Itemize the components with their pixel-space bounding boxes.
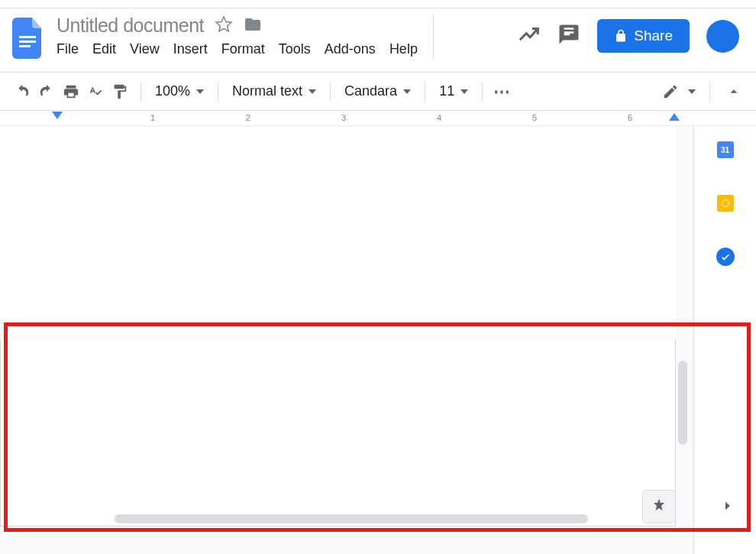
zoom-value: 100% — [155, 83, 190, 99]
fontsize-dropdown[interactable]: 11 — [436, 83, 471, 99]
ruler[interactable]: 1 2 3 4 5 6 — [0, 111, 756, 126]
toolbar-separator — [482, 82, 483, 102]
comment-icon[interactable] — [557, 23, 580, 49]
ruler-left-indent[interactable] — [52, 112, 63, 119]
document-page-1[interactable] — [0, 126, 676, 336]
tasks-icon[interactable] — [716, 247, 735, 267]
explore-button[interactable] — [642, 490, 676, 523]
vertical-scrollbar[interactable] — [678, 361, 687, 445]
document-page-2[interactable] — [0, 339, 676, 526]
side-panel: 31 — [693, 126, 756, 554]
docs-logo[interactable] — [12, 18, 43, 59]
toolbar-right — [661, 82, 744, 102]
menu-tools[interactable]: Tools — [279, 41, 311, 57]
style-value: Normal text — [232, 83, 302, 99]
page-area[interactable] — [0, 126, 693, 554]
spellcheck-icon[interactable] — [86, 82, 105, 102]
workspace: 31 — [0, 126, 756, 554]
menu-help[interactable]: Help — [389, 41, 418, 57]
editing-mode-icon[interactable] — [661, 82, 680, 102]
header-right: Share — [518, 19, 744, 53]
redo-icon[interactable] — [37, 82, 57, 102]
ruler-number: 1 — [150, 113, 155, 122]
collapse-icon[interactable] — [724, 82, 744, 102]
caret-down-icon — [309, 83, 316, 99]
zoom-dropdown[interactable]: 100% — [152, 83, 207, 99]
toolbar-separator — [709, 82, 710, 102]
caret-down-icon — [403, 83, 411, 99]
sidepanel-collapse-icon[interactable] — [721, 499, 735, 516]
print-icon[interactable] — [61, 82, 81, 102]
header-divider — [433, 15, 434, 60]
fontsize-value: 11 — [439, 83, 454, 99]
font-value: Candara — [344, 83, 397, 99]
toolbar-separator — [330, 82, 331, 102]
ruler-number: 6 — [628, 113, 632, 122]
menu-file[interactable]: File — [57, 41, 79, 57]
undo-icon[interactable] — [12, 82, 32, 102]
toolbar-separator — [218, 82, 218, 102]
font-dropdown[interactable]: Candara — [341, 83, 414, 99]
toolbar: 100% Normal text Candara 11 ⋯ — [0, 73, 756, 111]
keep-icon[interactable] — [716, 193, 735, 213]
caret-down-icon[interactable] — [688, 85, 696, 99]
lock-icon — [614, 29, 628, 43]
share-label: Share — [634, 28, 673, 44]
title-row: Untitled document — [57, 15, 418, 37]
menu-addons[interactable]: Add-ons — [325, 41, 376, 57]
title-area: Untitled document File Edit View Insert … — [57, 15, 418, 57]
ruler-number: 2 — [246, 113, 250, 122]
caret-down-icon — [460, 83, 468, 99]
calendar-icon[interactable]: 31 — [716, 140, 735, 160]
star-icon[interactable] — [215, 15, 233, 37]
menu-edit[interactable]: Edit — [92, 41, 116, 57]
header: Untitled document File Edit View Insert … — [0, 8, 756, 73]
ruler-number: 3 — [341, 113, 346, 122]
caret-down-icon — [196, 83, 204, 99]
folder-icon[interactable] — [244, 15, 262, 37]
ruler-right-indent[interactable] — [669, 113, 680, 121]
activity-icon[interactable] — [518, 23, 541, 49]
more-icon[interactable]: ⋯ — [493, 82, 512, 102]
toolbar-separator — [425, 82, 425, 102]
svg-rect-0 — [19, 36, 36, 38]
svg-rect-2 — [19, 45, 31, 47]
share-button[interactable]: Share — [597, 19, 690, 53]
menu-format[interactable]: Format — [221, 41, 265, 57]
menu-view[interactable]: View — [130, 41, 160, 57]
menu-insert[interactable]: Insert — [173, 41, 208, 57]
menubar: File Edit View Insert Format Tools Add-o… — [57, 41, 418, 57]
ruler-number: 5 — [532, 113, 537, 122]
address-bar-placeholder — [0, 0, 756, 8]
paint-format-icon[interactable] — [110, 82, 130, 102]
style-dropdown[interactable]: Normal text — [229, 83, 319, 99]
document-title[interactable]: Untitled document — [57, 15, 204, 37]
svg-rect-1 — [19, 40, 36, 43]
ruler-number: 4 — [437, 113, 441, 122]
horizontal-scrollbar[interactable] — [115, 514, 588, 523]
user-avatar[interactable] — [706, 20, 739, 53]
toolbar-separator — [141, 82, 141, 102]
